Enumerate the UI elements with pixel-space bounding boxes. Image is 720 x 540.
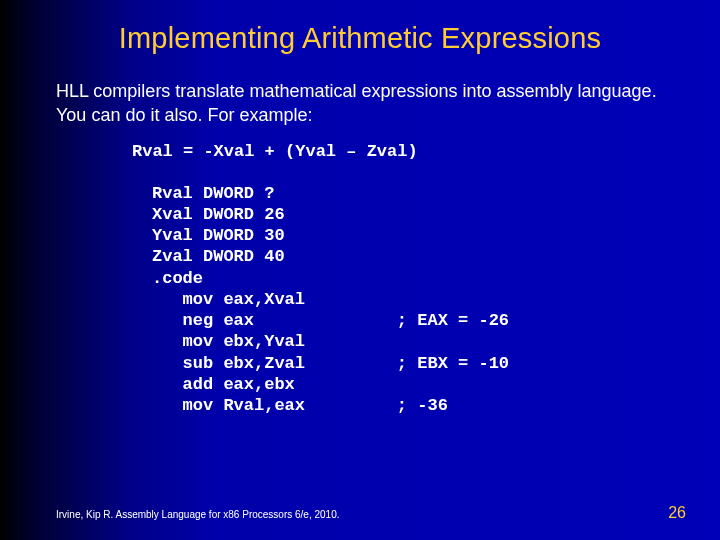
expression-line: Rval = -Xval + (Yval – Zval) bbox=[0, 128, 720, 161]
page-number: 26 bbox=[668, 504, 686, 522]
slide-body-text: HLL compilers translate mathematical exp… bbox=[0, 67, 720, 128]
footer-citation: Irvine, Kip R. Assembly Language for x86… bbox=[56, 509, 340, 520]
slide-title: Implementing Arithmetic Expressions bbox=[0, 0, 720, 67]
slide: Implementing Arithmetic Expressions HLL … bbox=[0, 0, 720, 540]
assembly-code: Rval DWORD ? Xval DWORD 26 Yval DWORD 30… bbox=[0, 161, 720, 417]
